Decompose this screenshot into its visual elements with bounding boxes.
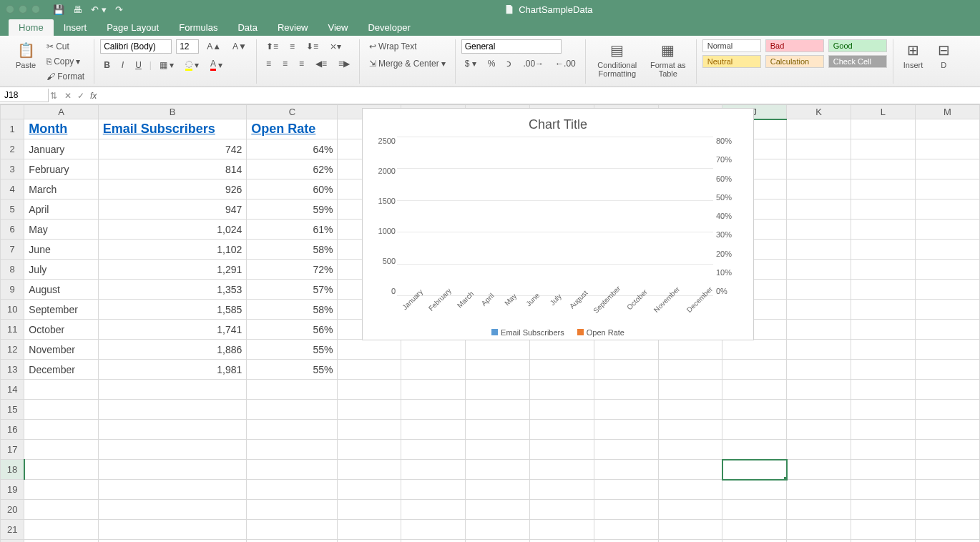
currency-icon[interactable]: $ ▾	[461, 56, 480, 71]
cell[interactable]: 55%	[247, 340, 338, 360]
cell[interactable]	[915, 380, 979, 400]
bold-button[interactable]: B	[100, 58, 114, 72]
cell[interactable]	[787, 280, 851, 300]
cell[interactable]	[338, 480, 401, 500]
cell[interactable]: 1,741	[98, 320, 247, 340]
cell[interactable]	[787, 460, 851, 480]
cell[interactable]	[851, 340, 916, 360]
cell[interactable]	[787, 400, 851, 420]
cell[interactable]	[338, 500, 401, 520]
row-header-2[interactable]: 2	[1, 139, 24, 159]
cell[interactable]	[915, 220, 979, 240]
cell[interactable]	[851, 300, 916, 320]
embedded-chart[interactable]: Chart Title 25002000150010005000 80%70%6…	[362, 108, 754, 340]
cancel-formula-icon[interactable]: ✕	[64, 91, 72, 101]
cell[interactable]	[98, 400, 247, 420]
cell[interactable]	[722, 380, 787, 400]
redo-icon[interactable]: ↷	[115, 4, 123, 15]
cell[interactable]	[851, 520, 916, 540]
cell[interactable]	[787, 220, 851, 240]
cell[interactable]	[401, 340, 466, 360]
cell[interactable]	[915, 199, 979, 220]
conditional-formatting-button[interactable]: ▤ Conditional Formatting	[592, 39, 643, 84]
cell[interactable]	[915, 320, 979, 340]
cell[interactable]: 59%	[247, 199, 338, 220]
row-header-8[interactable]: 8	[1, 260, 24, 280]
column-header-B[interactable]: B	[98, 105, 247, 119]
cell[interactable]	[530, 460, 594, 480]
decrease-indent-icon[interactable]: ◀≡	[312, 56, 330, 71]
cell[interactable]	[915, 300, 979, 320]
row-header-12[interactable]: 12	[1, 340, 24, 360]
cell[interactable]	[915, 360, 979, 380]
cell[interactable]	[659, 460, 722, 480]
cell[interactable]	[915, 159, 979, 179]
cell[interactable]	[722, 480, 787, 500]
row-header-10[interactable]: 10	[1, 300, 24, 320]
cell[interactable]	[787, 240, 851, 260]
tab-formulas[interactable]: Formulas	[169, 19, 227, 36]
cell[interactable]	[915, 440, 979, 460]
cell[interactable]	[787, 340, 851, 360]
cell-style-neutral[interactable]: Neutral	[702, 55, 761, 68]
copy-button[interactable]: ⎘Copy ▾	[43, 54, 88, 69]
cell[interactable]	[401, 520, 466, 540]
cell[interactable]	[530, 440, 594, 460]
cell[interactable]	[851, 420, 916, 440]
cell[interactable]	[915, 460, 979, 480]
row-header-17[interactable]: 17	[1, 440, 24, 460]
row-header-1[interactable]: 1	[1, 119, 24, 139]
cell[interactable]	[338, 400, 401, 420]
save-icon[interactable]: 💾	[53, 4, 64, 15]
tab-review[interactable]: Review	[268, 19, 318, 36]
cell[interactable]	[466, 440, 530, 460]
font-size-select[interactable]	[176, 39, 199, 54]
fx-icon[interactable]: fx	[90, 91, 97, 101]
tab-developer[interactable]: Developer	[358, 19, 420, 36]
column-header-C[interactable]: C	[247, 105, 338, 119]
row-header-3[interactable]: 3	[1, 159, 24, 179]
cell[interactable]	[466, 360, 530, 380]
cell[interactable]	[722, 400, 787, 420]
cell[interactable]	[915, 260, 979, 280]
cell[interactable]	[851, 360, 916, 380]
cell[interactable]: 1,102	[98, 240, 247, 260]
cell[interactable]	[851, 179, 916, 199]
row-header-19[interactable]: 19	[1, 480, 24, 500]
cell[interactable]	[401, 380, 466, 400]
cell[interactable]	[915, 119, 979, 139]
confirm-formula-icon[interactable]: ✓	[77, 91, 84, 101]
cell[interactable]	[659, 500, 722, 520]
cell[interactable]	[24, 540, 98, 543]
cell[interactable]	[787, 380, 851, 400]
zoom-window-dot[interactable]	[31, 5, 40, 14]
row-header-11[interactable]: 11	[1, 320, 24, 340]
cell[interactable]	[851, 460, 916, 480]
cell[interactable]	[594, 340, 659, 360]
cell[interactable]	[466, 500, 530, 520]
cell[interactable]	[722, 460, 787, 480]
cell[interactable]	[594, 380, 659, 400]
format-painter-button[interactable]: 🖌Format	[43, 69, 88, 84]
cell[interactable]: 926	[98, 179, 247, 199]
cell[interactable]: 1,981	[98, 360, 247, 380]
cell[interactable]	[98, 520, 247, 540]
row-header-22[interactable]: 22	[1, 540, 24, 543]
cell[interactable]: October	[24, 320, 98, 340]
cell[interactable]: July	[24, 260, 98, 280]
row-header-6[interactable]: 6	[1, 220, 24, 240]
cell[interactable]	[594, 500, 659, 520]
cell[interactable]	[787, 500, 851, 520]
cell[interactable]	[787, 520, 851, 540]
cell[interactable]: 58%	[247, 300, 338, 320]
cell[interactable]: June	[24, 240, 98, 260]
cell[interactable]	[247, 520, 338, 540]
cell[interactable]: 58%	[247, 240, 338, 260]
decrease-font-icon[interactable]: A▼	[229, 39, 250, 54]
cell[interactable]	[787, 179, 851, 199]
increase-font-icon[interactable]: A▲	[203, 39, 225, 54]
cell[interactable]: 1,353	[98, 280, 247, 300]
cell-style-good[interactable]: Good	[828, 39, 887, 52]
cell[interactable]: January	[24, 139, 98, 159]
cell[interactable]	[401, 540, 466, 543]
